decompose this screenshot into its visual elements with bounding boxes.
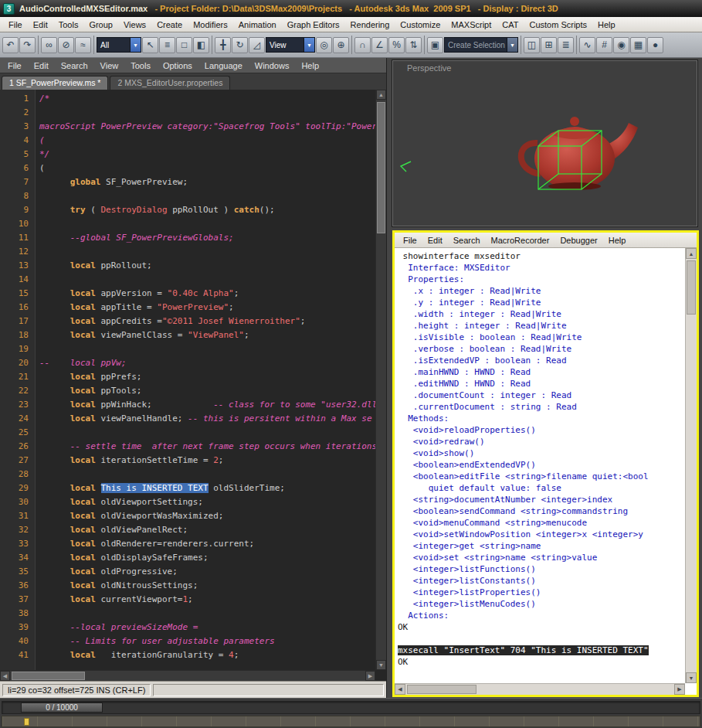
menu-item-help[interactable]: Help xyxy=(295,59,325,73)
menu-item-graph-editors[interactable]: Graph Editors xyxy=(282,18,345,32)
scroll-down-arrow-icon[interactable]: ▼ xyxy=(376,660,386,670)
menu-item-file[interactable]: File xyxy=(398,233,422,247)
menu-item-tools[interactable]: Tools xyxy=(124,59,157,73)
menu-item-windows[interactable]: Windows xyxy=(249,59,296,73)
edit-named-selections-button[interactable]: ▣ xyxy=(427,37,443,53)
redo-button[interactable]: ↷ xyxy=(19,37,36,53)
dropdown-arrow-icon[interactable]: ▼ xyxy=(304,38,314,52)
line-number: 16 xyxy=(0,301,29,315)
bind-to-spacewarp-button[interactable]: ≈ xyxy=(75,37,91,53)
render-button[interactable]: ● xyxy=(647,37,663,53)
line-number: 20 xyxy=(0,356,29,370)
menu-item-options[interactable]: Options xyxy=(157,59,198,73)
editor-body[interactable]: 1234567891011121314151617181920212223242… xyxy=(0,90,386,681)
angle-snap-button[interactable]: ∠ xyxy=(371,37,388,53)
editor-horizontal-scrollbar[interactable]: ◀ ▶ xyxy=(0,670,375,681)
menu-item-views[interactable]: Views xyxy=(118,18,151,32)
material-editor-button[interactable]: ◉ xyxy=(613,37,629,53)
time-slider-handle[interactable]: 0 / 10000 xyxy=(21,702,103,713)
curve-editor-button[interactable]: ∿ xyxy=(579,37,595,53)
select-and-move-button[interactable]: ╋ xyxy=(215,37,231,53)
menu-item-macrorecorder[interactable]: MacroRecorder xyxy=(486,233,555,247)
menu-item-tools[interactable]: Tools xyxy=(53,18,84,32)
menu-item-group[interactable]: Group xyxy=(83,18,118,32)
menu-item-animation[interactable]: Animation xyxy=(233,18,282,32)
select-and-rotate-button[interactable]: ↻ xyxy=(232,37,248,53)
editor-vertical-scrollbar[interactable]: ▲ ▼ xyxy=(375,90,386,670)
listener-vscroll-thumb[interactable] xyxy=(687,260,696,315)
layer-manager-button[interactable]: ≣ xyxy=(558,37,574,53)
undo-button[interactable]: ↶ xyxy=(2,37,19,53)
listener-vertical-scrollbar[interactable]: ▲ ▼ xyxy=(685,248,697,683)
menu-item-view[interactable]: View xyxy=(94,59,125,73)
menu-item-file[interactable]: File xyxy=(3,18,28,32)
selection-filter-combo[interactable]: All▼ xyxy=(97,37,141,53)
listener-hscroll-thumb[interactable] xyxy=(407,685,476,694)
scroll-down-arrow-icon[interactable]: ▼ xyxy=(686,672,697,683)
menu-item-cat[interactable]: CAT xyxy=(497,18,524,32)
editor-vscroll-thumb[interactable] xyxy=(377,102,385,233)
editor-tab-2-mxs-editoruser-properties[interactable]: 2 MXS_EditorUser.properties xyxy=(110,76,230,90)
menu-item-custom-scripts[interactable]: Custom Scripts xyxy=(524,18,592,32)
menu-item-search[interactable]: Search xyxy=(448,233,486,247)
reference-coordinate-combo[interactable]: View▼ xyxy=(266,37,315,53)
named-selection-combo[interactable]: Create Selection Se▼ xyxy=(444,37,518,53)
spinner-snap-button[interactable]: ⇅ xyxy=(405,37,422,53)
select-and-manipulate-button[interactable]: ⊕ xyxy=(333,37,349,53)
editor-tab-1-sf-powerpreview-ms[interactable]: 1 SF_PowerPreview.ms * xyxy=(2,76,108,90)
menu-item-debugger[interactable]: Debugger xyxy=(554,233,602,247)
unlink-selection-button[interactable]: ⊘ xyxy=(58,37,74,53)
menu-item-maxscript[interactable]: MAXScript xyxy=(446,18,497,32)
menu-item-file[interactable]: File xyxy=(2,59,28,73)
selection-box-wireframe[interactable] xyxy=(534,128,608,193)
menu-item-help[interactable]: Help xyxy=(592,18,621,32)
window-crossing-button[interactable]: ◧ xyxy=(193,37,209,53)
dropdown-arrow-icon[interactable]: ▼ xyxy=(130,38,141,52)
time-slider[interactable]: 0 / 10000 xyxy=(2,701,700,714)
track-bar[interactable] xyxy=(2,716,700,727)
editor-hscroll-thumb[interactable] xyxy=(12,672,85,680)
menu-item-rendering[interactable]: Rendering xyxy=(345,18,395,32)
line-number: 38 xyxy=(0,607,29,621)
percent-snap-button[interactable]: % xyxy=(388,37,405,53)
snap-toggle-button[interactable]: ∩ xyxy=(354,37,371,53)
scroll-right-arrow-icon[interactable]: ▶ xyxy=(674,684,685,695)
menu-item-help[interactable]: Help xyxy=(603,233,632,247)
rectangular-selection-button[interactable]: □ xyxy=(176,37,192,53)
menu-item-create[interactable]: Create xyxy=(151,18,188,32)
line-number: 19 xyxy=(0,342,29,356)
select-and-scale-button[interactable]: ◿ xyxy=(249,37,265,53)
scroll-left-arrow-icon[interactable]: ◀ xyxy=(0,671,10,681)
scroll-up-arrow-icon[interactable]: ▲ xyxy=(376,90,386,100)
menu-item-language[interactable]: Language xyxy=(198,59,249,73)
select-by-name-button[interactable]: ≡ xyxy=(159,37,175,53)
dropdown-arrow-icon[interactable]: ▼ xyxy=(507,38,517,52)
editor-code[interactable]: /* macroScript PowerPreview category:"Sp… xyxy=(36,90,386,681)
code-line-12 xyxy=(39,245,386,259)
listener-line-25: <void>setWindowPosition <integer>x <inte… xyxy=(398,529,684,540)
scroll-right-arrow-icon[interactable]: ▶ xyxy=(365,671,375,681)
menu-item-customize[interactable]: Customize xyxy=(395,18,446,32)
menu-item-search[interactable]: Search xyxy=(55,59,94,73)
schematic-view-button[interactable]: # xyxy=(596,37,612,53)
menu-item-modifiers[interactable]: Modifiers xyxy=(188,18,233,32)
scroll-left-arrow-icon[interactable]: ◀ xyxy=(395,684,405,695)
listener-horizontal-scrollbar[interactable]: ◀ ▶ xyxy=(395,683,685,695)
track-bar-key-marker[interactable] xyxy=(24,718,29,726)
listener-line-4: .x : integer : Read|Write xyxy=(398,285,684,297)
menu-item-edit[interactable]: Edit xyxy=(422,233,448,247)
use-pivot-center-button[interactable]: ◎ xyxy=(316,37,332,53)
align-button[interactable]: ⊞ xyxy=(541,37,557,53)
perspective-viewport[interactable]: Perspective xyxy=(392,60,697,226)
select-object-button[interactable]: ↖ xyxy=(142,37,158,53)
mirror-button[interactable]: ◫ xyxy=(524,37,540,53)
listener-output[interactable]: showinterface mxseditor Interface: MXSEd… xyxy=(398,250,684,682)
viewport-label[interactable]: Perspective xyxy=(407,63,451,73)
menu-item-edit[interactable]: Edit xyxy=(28,18,53,32)
title-bar[interactable]: 3 AudioControlledMXSEditor.max - Project… xyxy=(0,0,702,17)
scroll-up-arrow-icon[interactable]: ▲ xyxy=(686,248,697,259)
menu-item-edit[interactable]: Edit xyxy=(28,59,55,73)
listener-body[interactable]: showinterface mxseditor Interface: MXSEd… xyxy=(395,248,697,695)
render-setup-button[interactable]: ▦ xyxy=(630,37,646,53)
select-and-link-button[interactable]: ∞ xyxy=(41,37,57,53)
